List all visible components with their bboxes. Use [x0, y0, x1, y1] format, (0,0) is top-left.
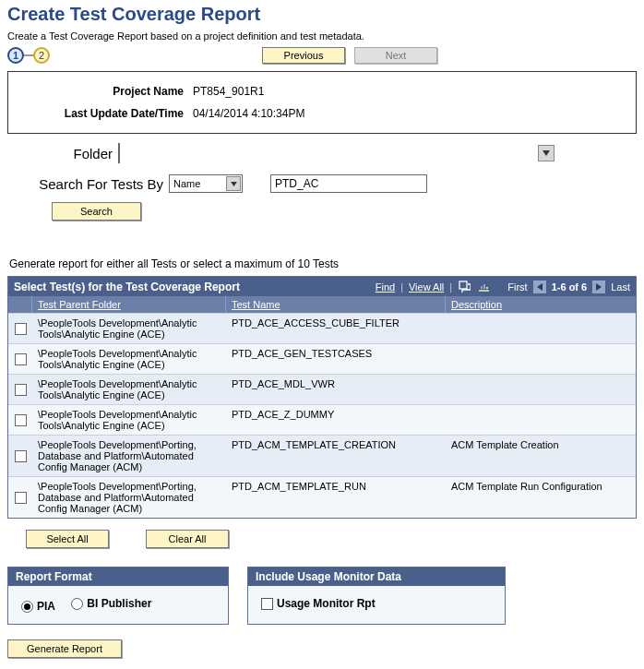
clear-all-button[interactable]: Clear All [146, 530, 229, 548]
usage-monitor-panel: Include Usage Monitor Data Usage Monitor… [247, 567, 506, 625]
grid-find-link[interactable]: Find [376, 281, 395, 293]
cell-parent: \PeopleTools Development\Analytic Tools\… [32, 375, 226, 404]
svg-rect-1 [479, 290, 489, 292]
cell-parent: \PeopleTools Development\Porting, Databa… [32, 436, 226, 476]
cell-desc [446, 405, 636, 435]
svg-rect-0 [459, 281, 467, 289]
next-button: Next [354, 47, 437, 64]
grid-header: Test Parent Folder Test Name Description [8, 296, 636, 313]
search-term-input[interactable] [270, 174, 427, 193]
wizard-step-1: 1 [7, 47, 24, 64]
radio-bi-publisher[interactable]: BI Publisher [71, 597, 151, 610]
row-checkbox[interactable] [15, 492, 27, 504]
svg-rect-4 [486, 287, 488, 289]
svg-rect-3 [483, 284, 485, 289]
radio-dot-icon [71, 598, 83, 610]
radio-dot-icon [21, 601, 33, 613]
folder-label: Folder [7, 146, 118, 161]
generate-report-button[interactable]: Generate Report [7, 639, 122, 658]
wizard-step-2[interactable]: 2 [33, 47, 50, 64]
table-row: \PeopleTools Development\Analytic Tools\… [8, 343, 636, 374]
grid-last-label: Last [611, 281, 630, 293]
cell-parent: \PeopleTools Development\Porting, Databa… [32, 477, 226, 518]
row-checkbox[interactable] [15, 323, 27, 335]
cell-name: PTD_ACE_ACCESS_CUBE_FILTER [226, 314, 446, 343]
cell-parent: \PeopleTools Development\Analytic Tools\… [32, 314, 226, 343]
cell-desc [446, 344, 636, 374]
grid-prev-icon[interactable] [533, 281, 546, 293]
page-title: Create Test Coverage Report [7, 4, 637, 25]
cell-name: PTD_ACE_Z_DUMMY [226, 405, 446, 435]
cell-desc: ACM Template Creation [446, 436, 636, 476]
project-info-box: Project Name PT854_901R1 Last Update Dat… [7, 71, 637, 134]
last-update-label: Last Update Date/Time [18, 107, 193, 120]
table-row: \PeopleTools Development\Analytic Tools\… [8, 404, 636, 435]
usage-monitor-label: Usage Monitor Rpt [277, 597, 376, 610]
cell-desc [446, 314, 636, 343]
usage-monitor-checkbox[interactable]: Usage Monitor Rpt [261, 597, 376, 610]
report-format-panel: Report Format PIA BI Publisher [7, 567, 229, 625]
row-checkbox[interactable] [15, 353, 27, 365]
row-checkbox[interactable] [15, 414, 27, 426]
page-subtitle: Create a Test Coverage Report based on a… [7, 30, 637, 42]
checkbox-icon [261, 598, 273, 610]
col-header-desc[interactable]: Description [446, 296, 636, 313]
cell-desc: ACM Template Run Configuration [446, 477, 636, 518]
grid-title-text: Select Test(s) for the Test Coverage Rep… [14, 281, 240, 293]
radio-pia-label: PIA [37, 600, 55, 613]
cell-name: PTD_ACM_TEMPLATE_CREATION [226, 436, 446, 476]
col-header-name[interactable]: Test Name [226, 296, 446, 313]
grid-body: \PeopleTools Development\Analytic Tools\… [8, 313, 636, 518]
folder-select[interactable] [118, 143, 120, 163]
report-format-title: Report Format [8, 567, 228, 586]
select-all-button[interactable]: Select All [26, 530, 109, 548]
table-row: \PeopleTools Development\Porting, Databa… [8, 476, 636, 518]
col-header-parent[interactable]: Test Parent Folder [32, 296, 226, 313]
wizard-connector [24, 54, 33, 56]
row-checkbox[interactable] [15, 450, 27, 462]
table-row: \PeopleTools Development\Porting, Databa… [8, 435, 636, 476]
row-checkbox[interactable] [15, 384, 27, 396]
cell-name: PTD_ACE_GEN_TESTCASES [226, 344, 446, 374]
tests-grid: Select Test(s) for the Test Coverage Rep… [7, 276, 637, 519]
search-by-label: Search For Tests By [7, 176, 169, 192]
wizard-row: 1 2 Previous Next [7, 47, 637, 64]
project-name-label: Project Name [18, 85, 193, 98]
previous-button[interactable]: Previous [262, 47, 345, 64]
cell-name: PTD_ACM_TEMPLATE_RUN [226, 477, 446, 518]
table-row: \PeopleTools Development\Analytic Tools\… [8, 313, 636, 343]
table-row: \PeopleTools Development\Analytic Tools\… [8, 374, 636, 404]
report-hint: Generate report for either all Tests or … [9, 257, 637, 270]
cell-parent: \PeopleTools Development\Analytic Tools\… [32, 344, 226, 374]
cell-desc [446, 375, 636, 404]
chevron-down-icon [538, 145, 555, 161]
grid-viewall-link[interactable]: View All [409, 281, 444, 293]
svg-rect-2 [481, 286, 483, 289]
project-name-value: PT854_901R1 [193, 85, 264, 98]
last-update-value: 04/14/2014 4:10:34PM [193, 107, 304, 120]
grid-next-icon[interactable] [592, 281, 605, 293]
search-button[interactable]: Search [52, 202, 141, 221]
radio-pia[interactable]: PIA [21, 600, 55, 613]
grid-first-label: First [507, 281, 527, 293]
radio-bi-label: BI Publisher [87, 597, 151, 610]
search-by-select[interactable]: Name [169, 174, 243, 193]
download-icon[interactable] [477, 280, 491, 293]
cell-name: PTD_ACE_MDL_VWR [226, 375, 446, 404]
grid-range: 1-6 of 6 [552, 281, 588, 293]
usage-monitor-title: Include Usage Monitor Data [248, 567, 505, 586]
zoom-icon[interactable] [458, 280, 471, 293]
cell-parent: \PeopleTools Development\Analytic Tools\… [32, 405, 226, 435]
